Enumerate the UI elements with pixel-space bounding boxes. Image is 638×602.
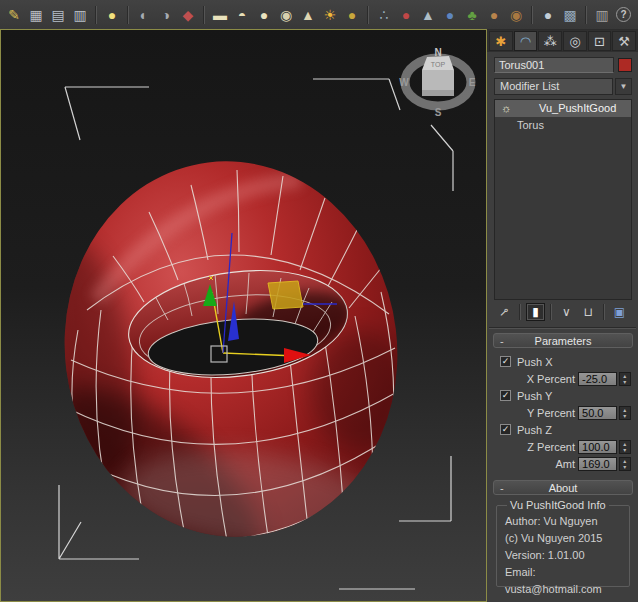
geosphere-icon[interactable]: ● [538,5,558,25]
fox-icon[interactable]: ● [484,5,504,25]
about-version: Version: 1.01.00 [505,547,629,564]
make-unique-icon: ∨ [562,305,571,319]
z-percent-input[interactable]: 100.0 [578,440,616,454]
layer-manager-icon[interactable]: ▥ [592,5,612,25]
camera-icon[interactable]: ◐ [134,5,154,25]
remove-modifier-button[interactable]: ⊔ [579,303,598,321]
y-percent-input[interactable]: 50.0 [578,406,616,420]
viewcube-south[interactable]: S [435,107,442,118]
push-y-checkbox[interactable]: ✓ [500,390,511,401]
x-percent-label: X Percent [495,373,575,385]
object-color-swatch[interactable] [618,58,632,72]
push-x-row: ✓ Push X [495,353,631,370]
toolbar-separator [603,304,605,320]
rect-light-icon[interactable]: ▬ [210,5,230,25]
spinner-down-icon[interactable]: ▾ [620,447,630,453]
viewcube-east[interactable]: E [469,77,476,88]
viewcube-north[interactable]: N [434,47,441,58]
toolbar-separator [127,6,129,24]
globe-icon[interactable]: ● [440,5,460,25]
push-y-label: Push Y [517,390,552,402]
amt-row: Amt 169.0 ▴ ▾ [495,455,631,472]
object-name-input[interactable]: Torus001 [494,57,614,73]
viewcube[interactable]: TOP N W E S [399,47,475,118]
y-percent-row: Y Percent 50.0 ▴ ▾ [495,404,631,421]
make-unique-button[interactable]: ∨ [557,303,576,321]
video-camera-icon[interactable]: ◆ [178,5,198,25]
spinner-down-icon[interactable]: ▾ [620,464,630,470]
y-percent-spinner[interactable]: ▴ ▾ [619,406,631,420]
configure-modifier-sets-button[interactable]: ▣ [610,303,629,321]
pin-stack-button[interactable]: ⊸ [495,303,514,321]
cone-light-icon[interactable]: ▲ [298,5,318,25]
light-bulb-icon[interactable]: ● [102,5,122,25]
push-z-row: ✓ Push Z [495,421,631,438]
x-percent-spinner[interactable]: ▴ ▾ [619,372,631,386]
tab-utilities-icon[interactable]: ⚒ [612,31,636,51]
z-percent-label: Z Percent [495,441,575,453]
spinner-down-icon[interactable]: ▾ [620,413,630,419]
projector-icon[interactable]: ◑ [156,5,176,25]
stack-item-base-object[interactable]: Torus [495,117,631,134]
modifier-stack[interactable]: ☼ Vu_PushItGood Torus [494,99,632,300]
teapot-edit-icon[interactable]: ✎ [4,5,24,25]
command-panel-tabs: ✱ ◠ ⁂ ◎ ⊡ ⚒ [487,30,638,52]
chevron-down-icon: ▼ [620,82,628,91]
show-end-result-icon: ▮ [532,305,539,319]
push-z-checkbox[interactable]: ✓ [500,424,511,435]
viewcube-west[interactable]: W [399,77,409,88]
perspective-viewport[interactable]: TOP N W E S [0,29,487,602]
particle-spray-icon[interactable]: ∴ [374,5,394,25]
tab-create-icon[interactable]: ✱ [489,31,513,51]
stack-item-modifier[interactable]: ☼ Vu_PushItGood [495,100,631,117]
parameters-rollout-header[interactable]: - Parameters [493,333,633,348]
gizmo-plane-handle[interactable] [268,281,303,309]
viewport-3d[interactable]: TOP N W E S [1,30,486,601]
parameters-rollout: - Parameters ✓ Push X X Percent -25.0 ▴ … [493,333,633,476]
trash-icon: ⊔ [584,305,593,319]
sphere-light-icon[interactable]: ● [254,5,274,25]
modifier-list-arrow-button[interactable]: ▼ [615,78,632,95]
help-icon[interactable]: ? [616,7,631,22]
amt-spinner[interactable]: ▴ ▾ [619,457,631,471]
sun-light-icon[interactable]: ☀ [320,5,340,25]
z-percent-spinner[interactable]: ▴ ▾ [619,440,631,454]
modifier-stack-toolbar: ⊸ ▮ ∨ ⊔ ▣ [487,300,638,324]
modifier-enabled-bulb-icon[interactable]: ☼ [501,100,511,117]
spinner-down-icon[interactable]: ▾ [620,379,630,385]
y-percent-label: Y Percent [495,407,575,419]
spreadsheet-icon[interactable]: ▥ [70,5,90,25]
pyramid-icon[interactable]: ▲ [418,5,438,25]
disc-light-icon[interactable]: ◉ [276,5,296,25]
foliage-icon[interactable]: ♣ [462,5,482,25]
check-icon: ✓ [502,357,510,366]
push-x-checkbox[interactable]: ✓ [500,356,511,367]
about-copyright: (c) Vu Nguyen 2015 [505,530,629,547]
snail-icon[interactable]: ◉ [506,5,526,25]
amt-input[interactable]: 169.0 [578,457,616,471]
schematic-view-icon[interactable]: ▤ [48,5,68,25]
tab-hierarchy-icon[interactable]: ⁂ [538,31,562,51]
x-percent-input[interactable]: -25.0 [578,372,616,386]
base-object-name: Torus [517,117,544,134]
tab-modify-icon[interactable]: ◠ [514,31,538,51]
panel-divider [489,327,636,329]
tab-display-icon[interactable]: ⊡ [588,31,612,51]
about-rollout-header[interactable]: - About [493,480,633,495]
amt-label: Amt [495,458,575,470]
collapse-icon: - [500,334,504,348]
pin-icon: ⊸ [496,303,513,320]
about-group-box: Vu PushItGood Info Author: Vu Nguyen (c)… [496,499,630,587]
toolbar-separator [367,6,369,24]
modifier-list-dropdown[interactable]: Modifier List [494,78,613,95]
render-preview-icon[interactable]: ▦ [26,5,46,25]
dome-light-icon[interactable]: ◓ [232,5,252,25]
ball-light-icon[interactable]: ● [342,5,362,25]
check-icon: ✓ [502,425,510,434]
toolbar-separator [531,6,533,24]
tab-motion-icon[interactable]: ◎ [563,31,587,51]
sphere-red-icon[interactable]: ● [396,5,416,25]
torus-object[interactable] [12,142,419,601]
material-editor-icon[interactable]: ▩ [560,5,580,25]
show-end-result-button[interactable]: ▮ [526,303,545,321]
